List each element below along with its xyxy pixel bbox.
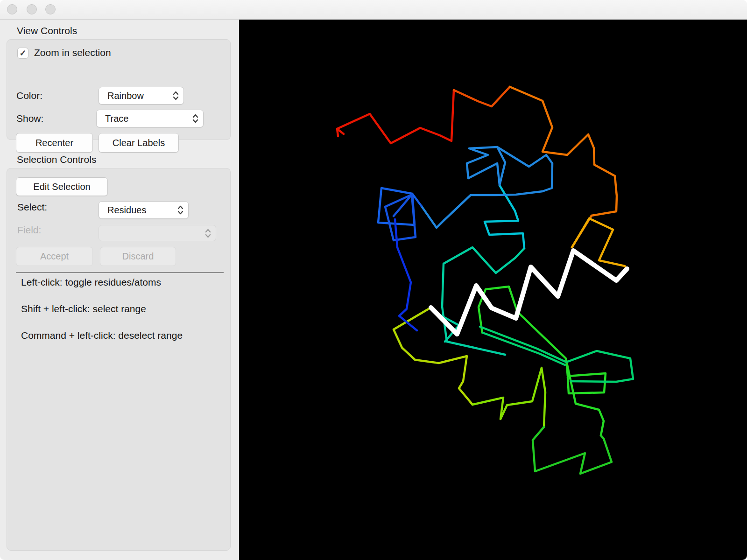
field-dropdown xyxy=(99,225,216,241)
zoom-button-icon[interactable] xyxy=(45,4,56,14)
help-line-1: Left-click: toggle residues/atoms xyxy=(21,277,161,288)
select-dropdown-value: Residues xyxy=(99,205,177,216)
titlebar xyxy=(0,0,747,20)
chevron-up-down-icon xyxy=(172,90,179,101)
strand-skyblue-cluster xyxy=(467,147,505,185)
select-label: Select: xyxy=(17,202,47,213)
discard-button: Discard xyxy=(100,247,176,266)
help-line-3: Command + left-click: deselect range xyxy=(21,330,183,341)
clear-labels-button[interactable]: Clear Labels xyxy=(99,133,179,153)
view-controls-group: ✓ Zoom in selection Color: Rainbow Show:… xyxy=(7,39,231,140)
field-label: Field: xyxy=(17,224,41,236)
recenter-button[interactable]: Recenter xyxy=(16,133,93,153)
color-label: Color: xyxy=(16,90,42,101)
minimize-button-icon[interactable] xyxy=(27,4,37,14)
help-line-2: Shift + left-click: select range xyxy=(21,303,146,315)
controls-sidebar: View Controls ✓ Zoom in selection Color:… xyxy=(0,20,239,560)
molecule-viewport[interactable] xyxy=(239,20,747,560)
edit-selection-button[interactable]: Edit Selection xyxy=(16,177,108,196)
app-window: View Controls ✓ Zoom in selection Color:… xyxy=(0,0,747,560)
chevron-up-down-icon xyxy=(204,228,211,239)
selection-controls-group: Edit Selection Select: Residues Field: A… xyxy=(7,168,231,551)
show-dropdown-value: Trace xyxy=(97,113,192,124)
zoom-in-selection-checkbox[interactable]: ✓ xyxy=(17,48,28,59)
close-button-icon[interactable] xyxy=(7,4,17,14)
strand-lime-segment xyxy=(472,368,545,427)
strand-red-orange-segment xyxy=(454,87,510,106)
strand-green-bottom-loop xyxy=(533,427,612,474)
strand-red-barb xyxy=(337,129,344,136)
strand-skyblue-band xyxy=(422,147,552,228)
show-label: Show: xyxy=(16,113,43,124)
selection-controls-heading: Selection Controls xyxy=(17,154,96,165)
color-dropdown-value: Rainbow xyxy=(99,91,172,101)
chevron-up-down-icon xyxy=(177,204,184,216)
chevron-up-down-icon xyxy=(192,113,199,124)
strand-blue-square-b xyxy=(385,195,416,240)
checkmark-icon: ✓ xyxy=(19,48,26,58)
select-dropdown[interactable]: Residues xyxy=(99,201,189,219)
divider xyxy=(16,272,224,273)
molecule-trace xyxy=(239,20,747,560)
strand-gold-knot xyxy=(572,218,627,269)
strand-red-segment xyxy=(337,90,454,143)
color-dropdown[interactable]: Rainbow xyxy=(99,87,184,105)
view-controls-heading: View Controls xyxy=(17,25,77,36)
strand-blue-tail xyxy=(395,219,417,330)
zoom-in-selection-label: Zoom in selection xyxy=(34,47,111,58)
strand-spring-twin xyxy=(483,333,565,365)
accept-button: Accept xyxy=(16,247,93,266)
show-dropdown[interactable]: Trace xyxy=(96,110,204,127)
